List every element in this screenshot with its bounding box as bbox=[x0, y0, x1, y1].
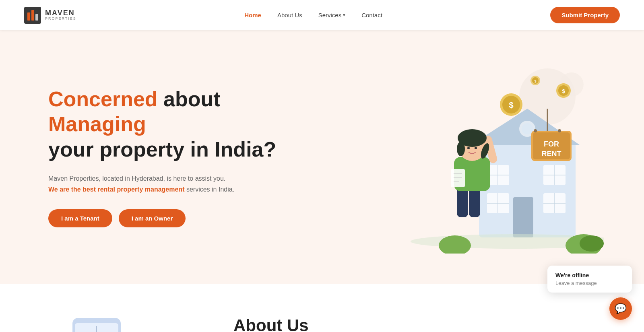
svg-text:RENT: RENT bbox=[542, 150, 561, 158]
nav-link-services[interactable]: Services bbox=[318, 12, 342, 19]
svg-text:$: $ bbox=[562, 88, 565, 94]
hero-desc-highlight: We are the best rental property manageme… bbox=[48, 186, 184, 193]
chat-offline-label: We're offline bbox=[555, 272, 624, 278]
hero-description: Maven Properties, located in Hyderabad, … bbox=[48, 173, 290, 195]
svg-point-52 bbox=[475, 147, 477, 149]
owner-button[interactable]: I am an Owner bbox=[119, 209, 186, 227]
nav-item-about[interactable]: About Us bbox=[277, 12, 302, 19]
svg-point-28 bbox=[534, 129, 537, 132]
svg-rect-1 bbox=[27, 12, 30, 21]
hero-content: Concerned about Managing your property i… bbox=[48, 87, 290, 228]
nav-item-home[interactable]: Home bbox=[244, 12, 261, 19]
svg-point-29 bbox=[558, 129, 561, 132]
nav-item-contact[interactable]: Contact bbox=[361, 12, 382, 19]
hero-desc-line1: Maven Properties, located in Hyderabad, … bbox=[48, 175, 225, 182]
svg-point-49 bbox=[457, 142, 465, 156]
svg-rect-2 bbox=[31, 10, 34, 21]
hero-title-line2: your property in India? bbox=[48, 138, 276, 161]
chat-message-label: Leave a message bbox=[555, 280, 624, 286]
nav-links: Home About Us Services ▾ Contact bbox=[244, 12, 382, 19]
logo-properties: PROPERTIES bbox=[45, 17, 76, 21]
svg-rect-3 bbox=[35, 14, 38, 21]
hero-title-concerned: Concerned bbox=[48, 87, 158, 111]
svg-text:$: $ bbox=[534, 79, 536, 83]
about-illustration-svg bbox=[40, 316, 185, 332]
nav-link-contact[interactable]: Contact bbox=[361, 12, 382, 19]
nav-item-services[interactable]: Services ▾ bbox=[318, 12, 346, 19]
chat-widget: We're offline Leave a message 💬 bbox=[547, 266, 632, 320]
chat-popup: We're offline Leave a message bbox=[547, 266, 632, 293]
logo: MAVEN PROPERTIES bbox=[24, 7, 76, 24]
logo-icon bbox=[24, 7, 41, 24]
about-illustration bbox=[40, 316, 201, 332]
hero-desc-line2: services in India. bbox=[184, 186, 234, 193]
tenant-button[interactable]: I am a Tenant bbox=[48, 209, 112, 227]
svg-point-22 bbox=[522, 123, 533, 134]
svg-text:$: $ bbox=[509, 101, 513, 109]
nav-link-home[interactable]: Home bbox=[244, 12, 261, 19]
hero-title: Concerned about Managing your property i… bbox=[48, 87, 290, 162]
nav-link-about[interactable]: About Us bbox=[277, 12, 302, 19]
hero-illustration: FOR RENT $ $ $ bbox=[290, 60, 604, 254]
hero-buttons: I am a Tenant I am an Owner bbox=[48, 209, 290, 227]
hero-section: Concerned about Managing your property i… bbox=[0, 30, 644, 284]
logo-text: MAVEN PROPERTIES bbox=[45, 9, 76, 21]
svg-point-51 bbox=[467, 147, 470, 149]
logo-maven: MAVEN bbox=[45, 9, 76, 17]
hero-illustration-svg: FOR RENT $ $ $ bbox=[394, 60, 604, 254]
hero-title-about: about bbox=[158, 87, 221, 111]
chevron-down-icon: ▾ bbox=[343, 12, 345, 18]
navbar: MAVEN PROPERTIES Home About Us Services … bbox=[0, 0, 644, 30]
chat-icon: 💬 bbox=[615, 303, 627, 314]
svg-point-56 bbox=[580, 235, 604, 252]
chat-button[interactable]: 💬 bbox=[609, 297, 632, 320]
svg-text:FOR: FOR bbox=[544, 140, 559, 148]
svg-rect-8 bbox=[513, 197, 533, 237]
submit-property-button[interactable]: Submit Property bbox=[550, 7, 620, 23]
hero-title-managing: Managing bbox=[48, 112, 146, 136]
